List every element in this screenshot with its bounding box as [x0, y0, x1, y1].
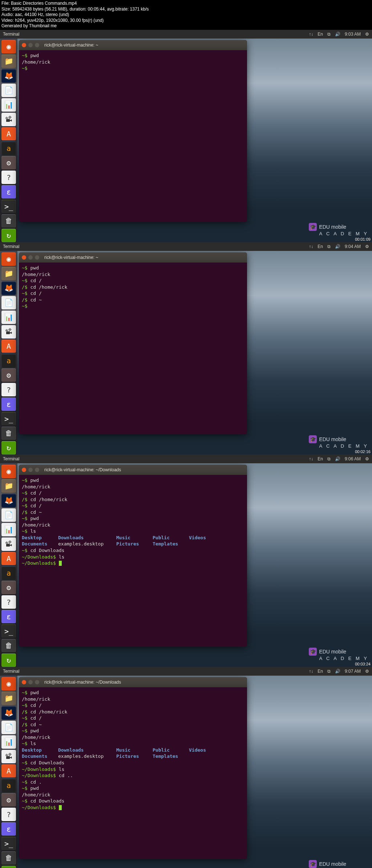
terminal-body[interactable]: ~$ pwd/home/rick~$ cd //$ cd /home/rick~…: [19, 263, 247, 434]
dock-item-updates[interactable]: ↻: [1, 229, 16, 242]
indicator-icon[interactable]: ⧉: [327, 669, 331, 674]
dock-item-writer[interactable]: 📄: [1, 721, 16, 734]
terminal-body[interactable]: ~$ pwd/home/rick~$ cd //$ cd /home/rick~…: [19, 475, 247, 647]
terminal-window[interactable]: rick@rick-virtual-machine: ~/Downloads~$…: [19, 677, 247, 859]
dock-item-dash[interactable]: ◉: [1, 40, 16, 53]
indicator-icon[interactable]: En: [318, 456, 323, 461]
dock-item-amazon[interactable]: a: [1, 141, 16, 155]
indicator-icon[interactable]: En: [318, 669, 323, 674]
clock[interactable]: 9:07 AM: [345, 669, 361, 674]
dock-item-trash[interactable]: 🗑: [1, 214, 16, 228]
dock-item-trash[interactable]: 🗑: [1, 851, 16, 865]
dock-item-calc[interactable]: 📊: [1, 735, 16, 749]
gear-icon[interactable]: ⚙: [365, 669, 369, 674]
dock-item-impress[interactable]: 📽: [1, 325, 16, 339]
window-max-button[interactable]: [35, 680, 39, 684]
dock-item-help[interactable]: ?: [1, 808, 16, 821]
clock[interactable]: 9:04 AM: [345, 244, 361, 249]
dock-item-emacs[interactable]: ε: [1, 822, 16, 836]
dock-item-software[interactable]: A: [1, 552, 16, 565]
indicator-icon[interactable]: ↑↓: [309, 456, 313, 461]
dock-item-firefox[interactable]: 🦊: [1, 706, 16, 720]
dock-item-files[interactable]: 📁: [1, 479, 16, 493]
dock-item-calc[interactable]: 📊: [1, 523, 16, 536]
dock-item-software[interactable]: A: [1, 764, 16, 778]
menubar[interactable]: Terminal↑↓En⧉🔊9:07 AM⚙: [0, 667, 372, 676]
dock-item-files[interactable]: 📁: [1, 267, 16, 280]
indicator-icon[interactable]: ⧉: [327, 456, 331, 461]
dock-item-dash[interactable]: ◉: [1, 252, 16, 266]
menubar[interactable]: Terminal↑↓En⧉🔊9:06 AM⚙: [0, 455, 372, 463]
dock-item-files[interactable]: 📁: [1, 692, 16, 705]
dock-item-amazon[interactable]: a: [1, 566, 16, 580]
dock-item-dash[interactable]: ◉: [1, 465, 16, 478]
window-titlebar[interactable]: rick@rick-virtual-machine: ~: [19, 252, 247, 263]
dock-item-help[interactable]: ?: [1, 171, 16, 184]
dock-item-dash[interactable]: ◉: [1, 677, 16, 691]
dock-item-updates[interactable]: ↻: [1, 653, 16, 667]
indicator-icon[interactable]: 🔊: [335, 456, 340, 461]
menubar[interactable]: Terminal↑↓En⧉🔊9:03 AM⚙: [0, 30, 372, 39]
dock-item-help[interactable]: ?: [1, 383, 16, 396]
clock[interactable]: 9:06 AM: [345, 456, 361, 461]
window-min-button[interactable]: [28, 468, 33, 472]
dock-item-software[interactable]: A: [1, 127, 16, 141]
dock-item-emacs[interactable]: ε: [1, 185, 16, 199]
indicator-icon[interactable]: 🔊: [335, 669, 340, 674]
dock-item-impress[interactable]: 📽: [1, 113, 16, 126]
window-max-button[interactable]: [35, 468, 39, 472]
dock-item-terminal[interactable]: >_: [1, 624, 16, 638]
dock-item-settings[interactable]: ⚙: [1, 581, 16, 594]
dock-item-emacs[interactable]: ε: [1, 397, 16, 411]
window-titlebar[interactable]: rick@rick-virtual-machine: ~/Downloads: [19, 465, 247, 475]
window-close-button[interactable]: [22, 43, 26, 47]
indicator-icon[interactable]: ↑↓: [309, 669, 313, 674]
dock-item-terminal[interactable]: >_: [1, 412, 16, 425]
window-min-button[interactable]: [28, 43, 33, 47]
indicator-icon[interactable]: ⧉: [327, 244, 331, 249]
indicator-icon[interactable]: 🔊: [335, 244, 340, 249]
window-close-button[interactable]: [22, 468, 26, 472]
window-titlebar[interactable]: rick@rick-virtual-machine: ~/Downloads: [19, 677, 247, 687]
dock-item-trash[interactable]: 🗑: [1, 427, 16, 440]
terminal-body[interactable]: ~$ pwd/home/rick~$: [19, 50, 247, 222]
window-min-button[interactable]: [28, 255, 33, 260]
terminal-window[interactable]: rick@rick-virtual-machine: ~/Downloads~$…: [19, 465, 247, 647]
dock-item-impress[interactable]: 📽: [1, 537, 16, 551]
dock-item-files[interactable]: 📁: [1, 55, 16, 68]
dock-item-terminal[interactable]: >_: [1, 837, 16, 850]
window-min-button[interactable]: [28, 680, 33, 684]
dock-item-writer[interactable]: 📄: [1, 296, 16, 309]
dock-item-writer[interactable]: 📄: [1, 84, 16, 97]
indicator-icon[interactable]: En: [318, 32, 323, 37]
clock[interactable]: 9:03 AM: [345, 32, 361, 37]
gear-icon[interactable]: ⚙: [365, 244, 369, 249]
dock-item-calc[interactable]: 📊: [1, 311, 16, 324]
dock-item-updates[interactable]: ↻: [1, 866, 16, 868]
dock-item-firefox[interactable]: 🦊: [1, 69, 16, 83]
dock-item-amazon[interactable]: a: [1, 779, 16, 792]
window-titlebar[interactable]: rick@rick-virtual-machine: ~: [19, 40, 247, 50]
gear-icon[interactable]: ⚙: [365, 456, 369, 461]
indicator-icon[interactable]: ↑↓: [309, 32, 313, 37]
terminal-body[interactable]: ~$ pwd/home/rick~$ cd //$ cd /home/rick~…: [19, 687, 247, 859]
menubar[interactable]: Terminal↑↓En⧉🔊9:04 AM⚙: [0, 242, 372, 251]
dock-item-trash[interactable]: 🗑: [1, 639, 16, 652]
terminal-window[interactable]: rick@rick-virtual-machine: ~~$ pwd/home/…: [19, 40, 247, 222]
dock-item-writer[interactable]: 📄: [1, 508, 16, 522]
dock-item-firefox[interactable]: 🦊: [1, 494, 16, 507]
indicator-icon[interactable]: ⧉: [327, 32, 331, 37]
indicator-icon[interactable]: ↑↓: [309, 244, 313, 249]
dock-item-emacs[interactable]: ε: [1, 610, 16, 623]
dock-item-terminal[interactable]: >_: [1, 200, 16, 213]
window-close-button[interactable]: [22, 255, 26, 260]
dock-item-settings[interactable]: ⚙: [1, 368, 16, 382]
dock-item-settings[interactable]: ⚙: [1, 793, 16, 807]
dock-item-software[interactable]: A: [1, 340, 16, 353]
indicator-icon[interactable]: 🔊: [335, 32, 340, 37]
window-max-button[interactable]: [35, 43, 39, 47]
window-max-button[interactable]: [35, 255, 39, 260]
dock-item-amazon[interactable]: a: [1, 354, 16, 367]
terminal-window[interactable]: rick@rick-virtual-machine: ~~$ pwd/home/…: [19, 252, 247, 434]
dock-item-help[interactable]: ?: [1, 595, 16, 609]
